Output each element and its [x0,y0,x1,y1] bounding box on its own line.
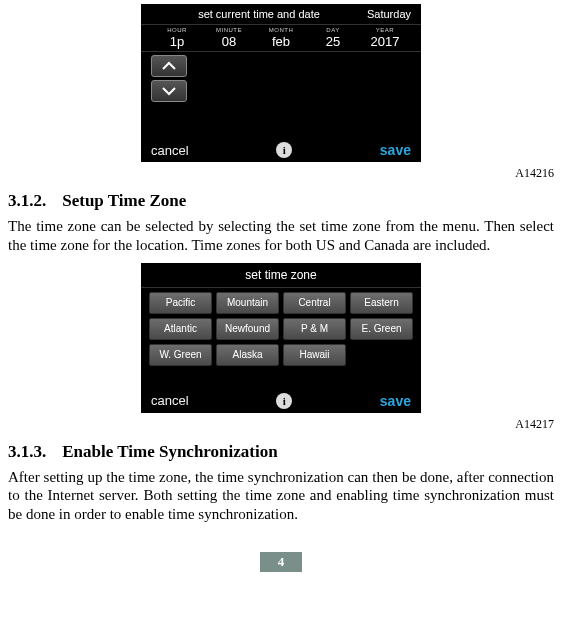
tz-button-eastern[interactable]: Eastern [350,292,413,314]
dt-label: YEAR [359,27,411,33]
device-screen-time-zone: set time zone Pacific Mountain Central E… [141,263,421,413]
figure-time-zone: set time zone Pacific Mountain Central E… [8,263,554,413]
dt-value: feb [255,34,307,49]
section-paragraph: After setting up the time zone, the time… [8,468,554,524]
screen-day-value: Saturday [367,8,411,20]
section-heading-setup-time-zone: 3.1.2.Setup Time Zone [8,191,554,211]
dt-label: HOUR [151,27,203,33]
tz-button-alaska[interactable]: Alaska [216,344,279,366]
datetime-col-minute: MINUTE 08 [203,27,255,49]
section-number: 3.1.2. [8,191,46,211]
dt-value: 25 [307,34,359,49]
section-number: 3.1.3. [8,442,46,462]
screen-title: set time zone [141,263,421,287]
tz-button-pacific[interactable]: Pacific [149,292,212,314]
spinner-group [141,52,421,105]
dt-value: 08 [203,34,255,49]
tz-button-e-green[interactable]: E. Green [350,318,413,340]
info-icon[interactable]: i [276,142,292,158]
section-paragraph: The time zone can be selected by selecti… [8,217,554,255]
screen-header: set current time and date Saturday [141,4,421,24]
tz-button-w-green[interactable]: W. Green [149,344,212,366]
tz-button-atlantic[interactable]: Atlantic [149,318,212,340]
datetime-row: HOUR 1p MINUTE 08 MONTH feb DAY 25 YEAR … [141,25,421,51]
chevron-up-icon [161,61,177,71]
figure-time-date: set current time and date Saturday HOUR … [8,4,554,162]
datetime-col-day: DAY 25 [307,27,359,49]
screen-title: set current time and date [151,8,367,20]
spinner-down-button[interactable] [151,80,187,102]
datetime-col-hour: HOUR 1p [151,27,203,49]
section-heading-enable-time-sync: 3.1.3.Enable Time Synchronization [8,442,554,462]
tz-button-hawaii[interactable]: Hawaii [283,344,346,366]
tz-button-p-and-m[interactable]: P & M [283,318,346,340]
page-number: 4 [260,552,302,572]
figure-id: A14217 [8,417,554,432]
save-button[interactable]: save [380,142,411,158]
device-screen-time-date: set current time and date Saturday HOUR … [141,4,421,162]
spinner-up-button[interactable] [151,55,187,77]
tz-button-mountain[interactable]: Mountain [216,292,279,314]
datetime-col-year: YEAR 2017 [359,27,411,49]
cancel-button[interactable]: cancel [151,393,189,408]
datetime-col-month: MONTH feb [255,27,307,49]
save-button[interactable]: save [380,393,411,409]
info-icon[interactable]: i [276,393,292,409]
screen-footer: cancel i save [141,138,421,162]
page-number-container: 4 [8,552,554,572]
section-title: Enable Time Synchronization [62,442,277,461]
tz-button-newfound[interactable]: Newfound [216,318,279,340]
dt-label: MONTH [255,27,307,33]
cancel-button[interactable]: cancel [151,143,189,158]
section-title: Setup Time Zone [62,191,186,210]
figure-id: A14216 [8,166,554,181]
screen-footer: cancel i save [141,389,421,413]
dt-label: MINUTE [203,27,255,33]
tz-button-central[interactable]: Central [283,292,346,314]
dt-value: 2017 [359,34,411,49]
chevron-down-icon [161,86,177,96]
dt-value: 1p [151,34,203,49]
dt-label: DAY [307,27,359,33]
timezone-grid: Pacific Mountain Central Eastern Atlanti… [141,288,421,370]
